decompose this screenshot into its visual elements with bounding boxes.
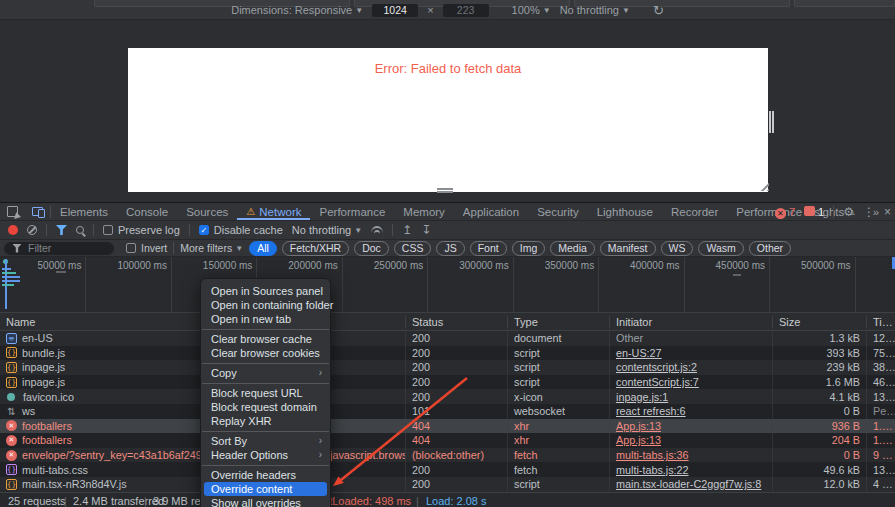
cell-initiator: multi-tabs.js:36 [609,448,772,463]
resize-handle-bottom[interactable] [437,188,453,193]
initiator-link[interactable]: main.tsx-loader-C2gggf7w.js:8 [616,478,761,490]
rotate-icon[interactable]: ↻ [653,3,664,18]
column-header-size[interactable]: Size [772,316,866,328]
menu-item-override-headers[interactable]: Override headers [201,468,330,482]
request-name: bundle.js [22,347,65,359]
network-conditions-icon[interactable] [371,226,383,235]
dimensions-dropdown[interactable]: Dimensions: Responsive ▼ [231,4,363,16]
filter-pill-doc[interactable]: Doc [354,241,389,256]
column-header-type[interactable]: Type [507,316,609,328]
preserve-log-checkbox[interactable]: Preserve log [103,224,180,236]
filter-pill-all[interactable]: All [249,241,277,256]
cell-time: 12… [866,331,895,346]
filter-funnel-icon[interactable] [56,225,67,235]
initiator-link[interactable]: multi-tabs.js:36 [616,449,689,461]
disable-cache-checkbox[interactable]: ✓ Disable cache [199,224,283,236]
kebab-menu-icon[interactable]: ⋮ [863,205,875,219]
device-toolbar-toggle[interactable] [25,203,50,220]
initiator-link[interactable]: en-US:27 [616,347,662,359]
column-header-status[interactable]: Status [405,316,507,328]
tab-application[interactable]: Application [454,203,528,220]
close-devtools-icon[interactable]: × [884,205,891,219]
request-row[interactable]: {}bundle.js200scripten-US:27393 kB75… [0,346,895,361]
request-row[interactable]: ⇅ws101websocketreact refresh:60 BPe… [0,404,895,419]
column-header-ti[interactable]: Ti… [866,316,895,328]
resize-handle-corner[interactable] [759,181,769,191]
filter-pill-ws[interactable]: WS [661,241,694,256]
import-har-icon[interactable]: ↥ [402,223,412,237]
tab-network[interactable]: ⚠Network [237,203,310,220]
filter-pill-fetch-xhr[interactable]: Fetch/XHR [282,241,349,256]
filter-pill-css[interactable]: CSS [394,241,432,256]
console-errors-badge[interactable]: ✕7 [775,206,795,219]
issues-badge[interactable]: 1 [804,206,824,218]
invert-checkbox[interactable]: Invert [126,242,167,254]
emulated-page[interactable]: Error: Failed to fetch data [128,48,768,192]
tab-memory[interactable]: Memory [394,203,454,220]
menu-item-clear-browser-cache[interactable]: Clear browser cache [201,332,330,346]
settings-gear-icon[interactable]: ⚙ [843,205,854,219]
menu-item-block-request-domain[interactable]: Block request domain [201,400,330,414]
inspect-element-button[interactable] [0,203,25,220]
zoom-dropdown[interactable]: 100% ▼ [512,4,551,16]
tab-lighthouse[interactable]: Lighthouse [588,203,662,220]
menu-item-show-all-overrides[interactable]: Show all overrides [201,496,330,507]
filter-pill-manifest[interactable]: Manifest [600,241,656,256]
height-input[interactable]: 223 [443,4,489,17]
request-row[interactable]: {}main.tsx-nR3n8d4V.js200scriptmain.tsx-… [0,477,895,492]
initiator-link[interactable]: multi-tabs.js:22 [616,464,689,476]
request-row[interactable]: ≡en-US200documentOther1.3 kB12… [0,331,895,346]
initiator-link[interactable]: App.js:13 [616,434,661,446]
tab-recorder[interactable]: Recorder [662,203,727,220]
initiator-link[interactable]: App.js:13 [616,420,661,432]
filter-pill-js[interactable]: JS [436,241,464,256]
menu-item-clear-browser-cookies[interactable]: Clear browser cookies [201,346,330,360]
request-row[interactable]: ✕envelope/?sentry_key=c43a1b6af24946be99… [0,448,895,463]
request-row[interactable]: favicon.ico200x-iconinpage.js:14.1 kB13… [0,389,895,404]
initiator-link[interactable]: react refresh:6 [616,405,686,417]
search-icon[interactable] [76,226,84,234]
tab-security[interactable]: Security [528,203,588,220]
export-har-icon[interactable]: ↧ [421,223,431,237]
column-header-initiator[interactable]: Initiator [609,316,772,328]
width-input[interactable]: 1024 [372,4,418,17]
dimensions-label: Dimensions: Responsive [231,4,352,16]
menu-item-open-in-containing-folder[interactable]: Open in containing folder [201,298,330,312]
tab-performance[interactable]: Performance [310,203,394,220]
divider: | [144,495,147,507]
menu-item-open-in-new-tab[interactable]: Open in new tab [201,312,330,326]
more-filters-dropdown[interactable]: More filters ▼ [180,242,243,254]
request-row[interactable]: {}inpage.js200scriptcontentscript.js:223… [0,360,895,375]
clear-network-log-icon[interactable] [27,225,37,235]
initiator-link[interactable]: contentScript.js:7 [616,376,699,388]
menu-item-override-content[interactable]: Override content [204,482,327,496]
tab-elements[interactable]: Elements [51,203,117,220]
filter-pill-media[interactable]: Media [550,241,595,256]
menu-item-copy[interactable]: Copy› [201,366,330,380]
request-row[interactable]: {}inpage.js200scriptcontentScript.js:71.… [0,375,895,390]
network-throttling-dropdown[interactable]: No throttling ▼ [292,224,362,236]
menu-item-header-options[interactable]: Header Options› [201,448,330,462]
resize-handle-right[interactable] [769,111,774,133]
filter-pill-img[interactable]: Img [512,241,546,256]
request-row[interactable]: ✕footballers404xhrApp.js:13204 B1.… [0,433,895,448]
request-row[interactable]: ✕footballers404xhrApp.js:13936 B1.… [0,419,895,434]
filter-pill-other[interactable]: Other [749,241,791,256]
error-icon: ✕ [6,450,17,461]
menu-item-open-in-sources-panel[interactable]: Open in Sources panel [201,284,330,298]
filter-pill-wasm[interactable]: Wasm [698,241,743,256]
ruler-label: 100000 ms [117,260,166,271]
initiator-link[interactable]: inpage.js:1 [616,391,668,403]
tab-sources[interactable]: Sources [177,203,237,220]
menu-item-block-request-url[interactable]: Block request URL [201,386,330,400]
initiator-link[interactable]: contentscript.js:2 [616,361,697,373]
record-network-log-button[interactable] [8,225,18,235]
request-row[interactable]: {}multi-tabs.css200fetchmulti-tabs.js:22… [0,462,895,477]
menu-item-sort-by[interactable]: Sort By› [201,434,330,448]
menu-item-replay-xhr[interactable]: Replay XHR [201,414,330,428]
filter-input[interactable]: Filter [4,242,114,255]
device-throttle-dropdown[interactable]: No throttling ▼ [560,4,630,16]
filter-pill-font[interactable]: Font [470,241,507,256]
tab-console[interactable]: Console [117,203,177,220]
network-overview[interactable]: 50000 ms100000 ms150000 ms200000 ms25000… [0,257,895,313]
